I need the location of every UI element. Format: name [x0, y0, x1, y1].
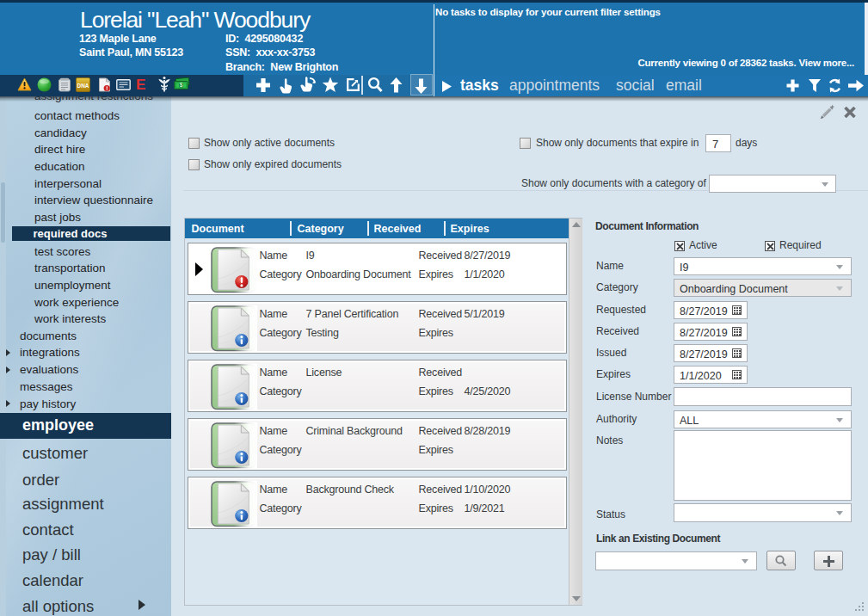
- svg-text:DNA: DNA: [77, 83, 89, 89]
- svg-text:$: $: [180, 82, 183, 89]
